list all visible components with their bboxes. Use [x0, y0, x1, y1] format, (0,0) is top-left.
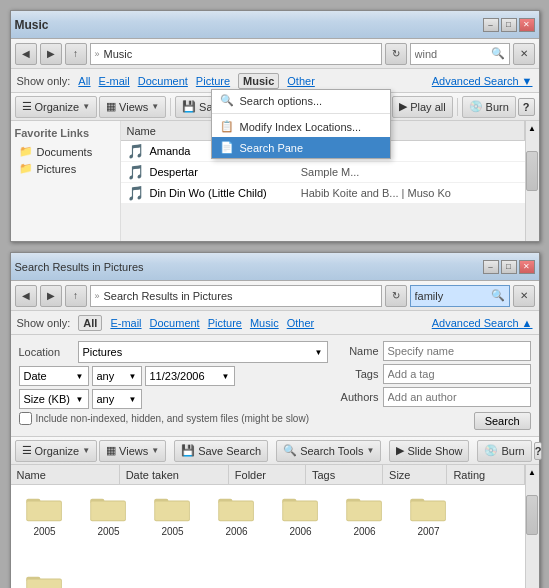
col-name-2[interactable]: Name: [11, 465, 120, 484]
col-size-2[interactable]: Size: [383, 465, 447, 484]
views-btn-1[interactable]: ▦ Views ▼: [99, 96, 166, 118]
folder-svg-7: [409, 493, 449, 523]
advanced-search-2[interactable]: Advanced Search ▲: [432, 317, 533, 329]
organize-btn-1[interactable]: ☰ Organize ▼: [15, 96, 98, 118]
folder-2006-3[interactable]: 2006: [335, 489, 395, 563]
play-all-btn-1[interactable]: ▶ Play all: [392, 96, 452, 118]
size-any-val: any: [97, 393, 115, 405]
forward-btn-2[interactable]: ▶: [40, 285, 62, 307]
filter-label-1: Show only:: [17, 75, 71, 87]
filter-doc-1[interactable]: Document: [138, 75, 188, 87]
scrollbar-v-1[interactable]: ▲: [525, 121, 539, 241]
sidebar-item-pictures[interactable]: 📁 Pictures: [15, 160, 116, 177]
scroll-up-1[interactable]: ▲: [526, 121, 539, 135]
dropdown-search-pane[interactable]: 📄 Search Pane: [212, 137, 390, 158]
nav-bar-2: ◀ ▶ ↑ » Search Results in Pictures ↻ 🔍 ✕: [11, 281, 539, 311]
filter-music-2[interactable]: Music: [250, 317, 279, 329]
col-date-taken-2[interactable]: Date taken: [120, 465, 229, 484]
burn-btn-2[interactable]: 💿 Burn: [477, 440, 531, 462]
filter-doc-2[interactable]: Document: [150, 317, 200, 329]
search-input-1[interactable]: [415, 48, 491, 60]
scroll-thumb-1[interactable]: [526, 151, 538, 191]
close-search-btn-2[interactable]: ✕: [513, 285, 535, 307]
size-dropdown[interactable]: Size (KB) ▼: [19, 389, 89, 409]
save-search-btn-2[interactable]: 💾 Save Search: [174, 440, 268, 462]
col-rating-2[interactable]: Rating: [447, 465, 524, 484]
nonindexed-checkbox[interactable]: [19, 412, 32, 425]
file-row-dindinwo[interactable]: 🎵 Din Din Wo (Little Child) Habib Koite …: [121, 183, 525, 204]
filter-music-1[interactable]: Music: [238, 73, 279, 89]
filter-picture-1[interactable]: Picture: [196, 75, 230, 87]
filter-other-1[interactable]: Other: [287, 75, 315, 87]
size-any-dropdown[interactable]: any ▼: [92, 389, 142, 409]
forward-btn-1[interactable]: ▶: [40, 43, 62, 65]
search-bar-1[interactable]: 🔍: [410, 43, 510, 65]
folder-2005-1[interactable]: 2005: [15, 489, 75, 563]
folder-2006-2[interactable]: 2006: [271, 489, 331, 563]
authors-input[interactable]: [383, 387, 531, 407]
back-btn-1[interactable]: ◀: [15, 43, 37, 65]
search-btn-2[interactable]: Search: [474, 412, 531, 430]
folder-2006-1[interactable]: 2006: [207, 489, 267, 563]
minimize-btn-2[interactable]: –: [483, 260, 499, 274]
scrollbar-v-2[interactable]: ▲: [525, 465, 539, 588]
col-folder-2[interactable]: Folder: [229, 465, 306, 484]
svg-rect-2: [27, 501, 61, 520]
date-any-dropdown[interactable]: any ▼: [92, 366, 142, 386]
filter-other-2[interactable]: Other: [287, 317, 315, 329]
filter-all-2[interactable]: All: [78, 315, 102, 331]
checkbox-label: Include non-indexed, hidden, and system …: [36, 413, 309, 424]
tags-input[interactable]: [383, 364, 531, 384]
name-input[interactable]: [383, 341, 531, 361]
filter-picture-2[interactable]: Picture: [208, 317, 242, 329]
columns-header-2: Name Date taken Folder Tags Size Rating: [11, 465, 525, 485]
help-btn-1[interactable]: ?: [518, 98, 535, 116]
search-bar-2[interactable]: 🔍: [410, 285, 510, 307]
back-btn-2[interactable]: ◀: [15, 285, 37, 307]
dropdown-modify-index[interactable]: 📋 Modify Index Locations...: [212, 116, 390, 137]
col-tags-2[interactable]: Tags: [306, 465, 383, 484]
address-bar-2[interactable]: » Search Results in Pictures: [90, 285, 382, 307]
search-pane-icon: 📄: [220, 141, 234, 154]
location-value: Pictures: [83, 346, 123, 358]
up-btn-2[interactable]: ↑: [65, 285, 87, 307]
maximize-btn-2[interactable]: □: [501, 260, 517, 274]
filter-email-2[interactable]: E-mail: [110, 317, 141, 329]
file-grid-row1: 2005 2005 2005: [11, 485, 525, 588]
minimize-btn-1[interactable]: –: [483, 18, 499, 32]
search-tools-btn-2[interactable]: 🔍 Search Tools ▼: [276, 440, 381, 462]
search-right: Name Tags Authors Search: [334, 341, 531, 430]
maximize-btn-1[interactable]: □: [501, 18, 517, 32]
search-input-2[interactable]: [415, 290, 491, 302]
organize-btn-2[interactable]: ☰ Organize ▼: [15, 440, 98, 462]
help-btn-2[interactable]: ?: [534, 442, 543, 460]
sidebar-item-documents[interactable]: 📁 Documents: [15, 143, 116, 160]
folder-2005-2[interactable]: 2005: [79, 489, 139, 563]
address-bar-1[interactable]: » Music: [90, 43, 382, 65]
name-label: Name: [334, 345, 379, 357]
folder-2007-1[interactable]: 2007: [399, 489, 459, 563]
folder-2005-3[interactable]: 2005: [143, 489, 203, 563]
file-row-despertar[interactable]: 🎵 Despertar Sample M...: [121, 162, 525, 183]
location-select[interactable]: Pictures ▼: [78, 341, 328, 363]
scroll-up-2[interactable]: ▲: [526, 465, 539, 479]
close-search-btn-1[interactable]: ✕: [513, 43, 535, 65]
filter-email-1[interactable]: E-mail: [99, 75, 130, 87]
views-btn-2[interactable]: ▦ Views ▼: [99, 440, 166, 462]
close-btn-1[interactable]: ✕: [519, 18, 535, 32]
close-btn-2[interactable]: ✕: [519, 260, 535, 274]
dropdown-search-options[interactable]: 🔍 Search options...: [212, 90, 390, 111]
slide-show-btn-2[interactable]: ▶ Slide Show: [389, 440, 469, 462]
date-any-arrow: ▼: [129, 372, 137, 381]
scroll-thumb-2[interactable]: [526, 495, 538, 535]
folder-2007-2[interactable]: 2007: [15, 567, 75, 588]
up-btn-1[interactable]: ↑: [65, 43, 87, 65]
date-value-dropdown[interactable]: 11/23/2006 ▼: [145, 366, 235, 386]
date-dropdown[interactable]: Date ▼: [19, 366, 89, 386]
burn-btn-1[interactable]: 💿 Burn: [462, 96, 516, 118]
refresh-btn-1[interactable]: ↻: [385, 43, 407, 65]
filter-all-1[interactable]: All: [78, 75, 90, 87]
refresh-btn-2[interactable]: ↻: [385, 285, 407, 307]
folder-label-2005-3: 2005: [161, 525, 183, 538]
advanced-search-1[interactable]: Advanced Search ▼: [432, 75, 533, 87]
